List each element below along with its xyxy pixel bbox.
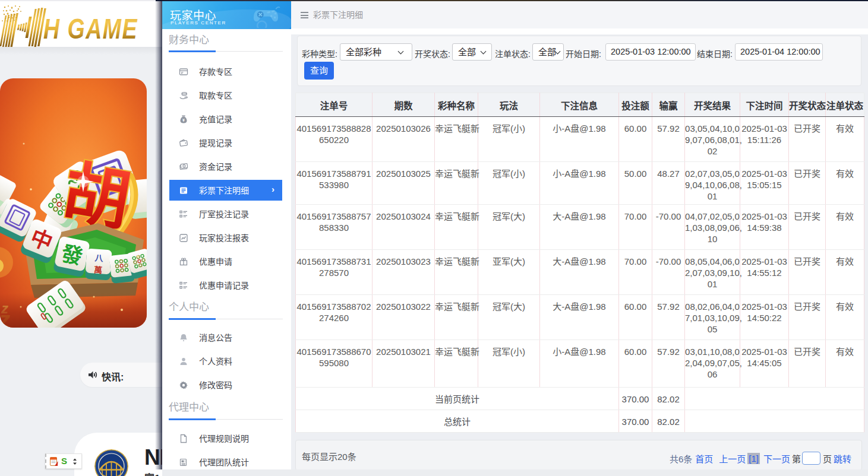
svg-text:萬: 萬: [94, 265, 103, 275]
svg-text:八: 八: [94, 253, 104, 263]
svg-text:¥: ¥: [182, 118, 185, 122]
svg-text:H GAME: H GAME: [43, 13, 138, 45]
